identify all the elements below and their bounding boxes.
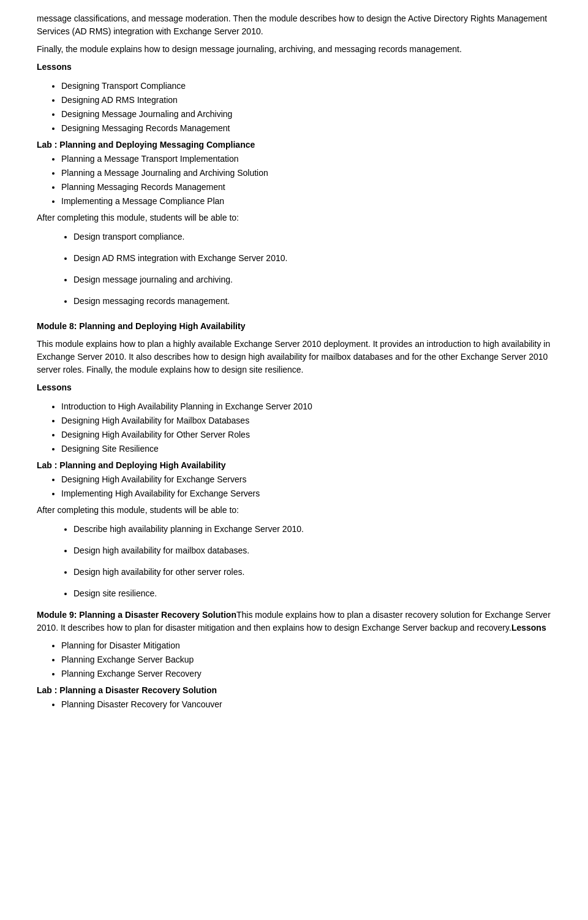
- lessons-label-text: Lessons: [37, 62, 72, 72]
- module8-heading: Module 8: Planning and Deploying High Av…: [37, 320, 551, 333]
- list-item: Implementing a Message Compliance Plan: [61, 195, 551, 208]
- module9-lab-items-list: Planning Disaster Recovery for Vancouver: [61, 698, 551, 711]
- module9-heading-para: Module 9: Planning a Disaster Recovery S…: [37, 609, 551, 634]
- module8-lab-line: Lab : Planning and Deploying High Availa…: [37, 459, 551, 472]
- list-item: Design AD RMS integration with Exchange …: [74, 252, 551, 265]
- module8-after-completing-text: After completing this module, students w…: [37, 504, 551, 517]
- lessons-list: Designing Transport Compliance Designing…: [61, 80, 551, 135]
- module8-lessons-list: Introduction to High Availability Planni…: [61, 400, 551, 455]
- list-item: Planning Messaging Records Management: [61, 181, 551, 194]
- list-item: Designing Site Resilience: [61, 443, 551, 455]
- list-item: Planning Disaster Recovery for Vancouver: [61, 698, 551, 711]
- module8-lab-items-list: Designing High Availability for Exchange…: [61, 473, 551, 500]
- lab-line: Lab : Planning and Deploying Messaging C…: [37, 139, 551, 151]
- list-item: Planning Exchange Server Recovery: [61, 667, 551, 680]
- intro-para1: message classifications, and message mod…: [37, 12, 551, 38]
- list-item: Describe high availability planning in E…: [74, 523, 551, 536]
- lessons-label: Lessons: [37, 61, 551, 74]
- list-item: Planning a Message Transport Implementat…: [61, 153, 551, 165]
- list-item: Implementing High Availability for Excha…: [61, 487, 551, 500]
- module9-heading-bold: Module 9: Planning a Disaster Recovery S…: [37, 610, 236, 620]
- module8-objectives-list: Describe high availability planning in E…: [74, 523, 551, 600]
- list-item: Design message journaling and archiving.: [74, 273, 551, 286]
- list-item: Designing High Availability for Exchange…: [61, 473, 551, 486]
- list-item: Design transport compliance.: [74, 230, 551, 243]
- list-item: Designing High Availability for Mailbox …: [61, 414, 551, 427]
- intro-para2: Finally, the module explains how to desi…: [37, 43, 551, 56]
- lab-items-list: Planning a Message Transport Implementat…: [61, 153, 551, 208]
- list-item: Planning for Disaster Mitigation: [61, 639, 551, 652]
- list-item: Planning a Message Journaling and Archiv…: [61, 167, 551, 180]
- list-item: Designing Transport Compliance: [61, 80, 551, 93]
- module8-para1: This module explains how to plan a highl…: [37, 338, 551, 376]
- list-item: Planning Exchange Server Backup: [61, 653, 551, 666]
- list-item: Designing Message Journaling and Archivi…: [61, 108, 551, 121]
- list-item: Designing High Availability for Other Se…: [61, 428, 551, 441]
- list-item: Design high availability for mailbox dat…: [74, 544, 551, 557]
- list-item: Introduction to High Availability Planni…: [61, 400, 551, 413]
- list-item: Designing Messaging Records Management: [61, 122, 551, 135]
- list-item: Design site resilience.: [74, 587, 551, 600]
- module9-lessons-inline-label: Lessons: [511, 623, 546, 633]
- list-item: Design high availability for other serve…: [74, 566, 551, 579]
- module9-lessons-list: Planning for Disaster Mitigation Plannin…: [61, 639, 551, 680]
- list-item: Designing AD RMS Integration: [61, 94, 551, 107]
- after-completing-text: After completing this module, students w…: [37, 211, 551, 224]
- objectives-list: Design transport compliance. Design AD R…: [74, 230, 551, 308]
- module9-lab-line: Lab : Planning a Disaster Recovery Solut…: [37, 684, 551, 697]
- module8-lessons-label: Lessons: [37, 381, 551, 394]
- list-item: Design messaging records management.: [74, 295, 551, 308]
- module8-lessons-label-text: Lessons: [37, 382, 72, 392]
